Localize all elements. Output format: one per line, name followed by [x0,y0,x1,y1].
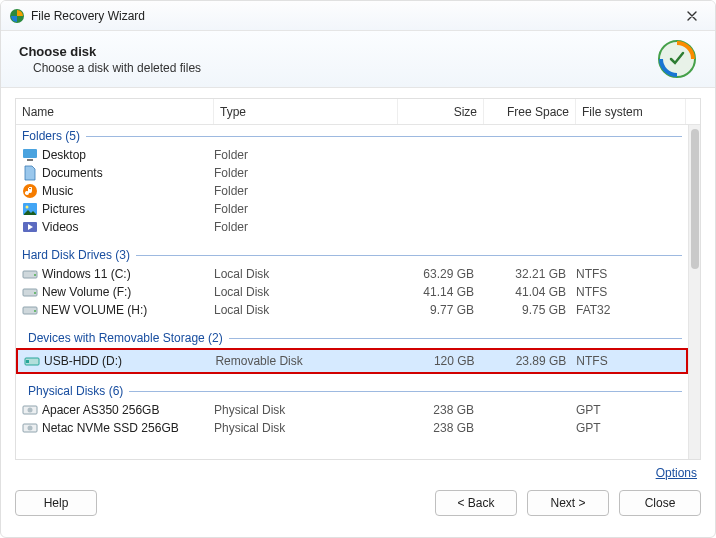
group-folders[interactable]: Folders (5) [16,125,688,146]
list-item[interactable]: Pictures Folder [16,200,688,218]
options-link[interactable]: Options [656,466,697,480]
titlebar: File Recovery Wizard [1,1,715,31]
close-button[interactable] [677,5,707,27]
svg-rect-15 [26,360,29,363]
list-item[interactable]: New Volume (F:) Local Disk 41.14 GB 41.0… [16,283,688,301]
back-button[interactable]: < Back [435,490,517,516]
physical-disk-icon [22,402,38,418]
disk-table: Name Type Size Free Space File system Fo… [15,98,701,460]
group-divider [229,338,682,339]
page-subheading: Choose a disk with deleted files [33,61,657,75]
svg-point-13 [34,310,36,312]
vertical-scrollbar[interactable] [688,125,700,459]
column-type[interactable]: Type [214,99,398,124]
list-item[interactable]: Desktop Folder [16,146,688,164]
list-item[interactable]: Music Folder [16,182,688,200]
wizard-footer: Help < Back Next > Close [1,484,715,528]
wizard-logo-icon [657,39,697,79]
list-item[interactable]: Videos Folder [16,218,688,236]
list-item[interactable]: NEW VOLUME (H:) Local Disk 9.77 GB 9.75 … [16,301,688,319]
desktop-icon [22,147,38,163]
close-button-footer[interactable]: Close [619,490,701,516]
column-size[interactable]: Size [398,99,484,124]
svg-point-17 [28,408,33,413]
music-icon [22,183,38,199]
page-heading: Choose disk [19,44,657,59]
drive-icon [22,266,38,282]
group-removable-label: Devices with Removable Storage (2) [28,331,223,345]
next-button[interactable]: Next > [527,490,609,516]
column-free-space[interactable]: Free Space [484,99,576,124]
usb-drive-icon [24,353,40,369]
window-title: File Recovery Wizard [31,9,677,23]
svg-point-9 [34,274,36,276]
group-hdd-label: Hard Disk Drives (3) [22,248,130,262]
table-body: Folders (5) Desktop Folder Documents Fol… [16,125,688,459]
group-divider [129,391,682,392]
group-removable[interactable]: Devices with Removable Storage (2) [16,327,688,348]
pictures-icon [22,201,38,217]
list-item[interactable]: Documents Folder [16,164,688,182]
group-divider [86,136,682,137]
selected-row-highlight: USB-HDD (D:) Removable Disk 120 GB 23.89… [16,348,688,374]
svg-point-19 [28,426,33,431]
svg-point-6 [26,206,29,209]
table-header: Name Type Size Free Space File system [16,99,700,125]
svg-rect-2 [23,149,37,158]
list-item[interactable]: Apacer AS350 256GB Physical Disk 238 GB … [16,401,688,419]
list-item[interactable]: Netac NVMe SSD 256GB Physical Disk 238 G… [16,419,688,437]
group-physical-label: Physical Disks (6) [28,384,123,398]
scrollbar-thumb[interactable] [691,129,699,269]
wizard-header: Choose disk Choose a disk with deleted f… [1,31,715,88]
group-folders-label: Folders (5) [22,129,80,143]
drive-icon [22,284,38,300]
svg-rect-3 [27,159,33,161]
physical-disk-icon [22,420,38,436]
column-file-system[interactable]: File system [576,99,686,124]
help-button[interactable]: Help [15,490,97,516]
group-hdd[interactable]: Hard Disk Drives (3) [16,244,688,265]
column-name[interactable]: Name [16,99,214,124]
drive-icon [22,302,38,318]
group-divider [136,255,682,256]
list-item[interactable]: Windows 11 (C:) Local Disk 63.29 GB 32.2… [16,265,688,283]
list-item-selected[interactable]: USB-HDD (D:) Removable Disk 120 GB 23.89… [18,350,686,372]
videos-icon [22,219,38,235]
svg-point-11 [34,292,36,294]
group-physical[interactable]: Physical Disks (6) [16,380,688,401]
documents-icon [22,165,38,181]
app-icon [9,8,25,24]
options-row: Options [1,460,715,484]
